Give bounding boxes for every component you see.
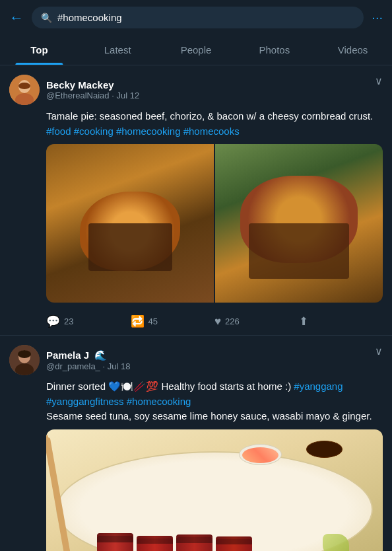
- retweet-icon: 🔁: [131, 314, 145, 328]
- chevron-down-icon[interactable]: ∨: [375, 75, 383, 87]
- svg-point-3: [18, 83, 30, 89]
- tweet-image-2[interactable]: [215, 144, 383, 303]
- svg-point-7: [18, 350, 31, 358]
- tweet-hashtag-yanggangfitness[interactable]: #yanggangfitness: [46, 396, 124, 407]
- search-query-text: #homecooking: [57, 12, 122, 23]
- tab-latest[interactable]: Latest: [79, 35, 157, 65]
- tweet-card: Pamela J 🌊 @dr_pamela_ · Jul 18 ∨ Dinner…: [0, 336, 392, 551]
- tweet-header: Pamela J 🌊 @dr_pamela_ · Jul 18 ∨: [9, 345, 383, 375]
- user-info: Pamela J 🌊 @dr_pamela_ · Jul 18: [46, 349, 130, 371]
- display-name: Becky Mackey: [46, 79, 139, 91]
- like-icon: ♥: [214, 315, 221, 328]
- reply-button[interactable]: 💬 23: [46, 314, 131, 328]
- tweet-card: Becky Mackey @EtherealNaiad · Jul 12 ∨ T…: [0, 65, 392, 336]
- tweet-actions: 💬 23 🔁 45 ♥ 226 ⬆: [9, 309, 383, 335]
- header: ← 🔍 #homecooking ···: [0, 0, 392, 35]
- user-info: Becky Mackey @EtherealNaiad · Jul 12: [46, 79, 139, 100]
- tweet-image-1[interactable]: [46, 144, 214, 303]
- tweet-text: Dinner sorted 💙🍽️🥢💯 Healthy food starts …: [9, 379, 383, 424]
- tweet-images[interactable]: [46, 144, 383, 303]
- navigation-tabs: Top Latest People Photos Videos: [0, 35, 392, 65]
- chevron-down-icon[interactable]: ∨: [375, 345, 383, 357]
- tweet-text: Tamale pie: seasoned beef, chorizo, & ba…: [9, 109, 383, 139]
- search-icon: 🔍: [41, 13, 52, 23]
- tab-people[interactable]: People: [157, 35, 236, 65]
- share-button[interactable]: ⬆: [299, 314, 383, 328]
- username-date: @EtherealNaiad · Jul 12: [46, 91, 139, 100]
- tweet-image-tuna[interactable]: [46, 429, 383, 552]
- reply-icon: 💬: [46, 314, 60, 328]
- tab-videos[interactable]: Videos: [313, 35, 392, 65]
- tweet-hashtag-homecooking[interactable]: #homecooking: [127, 396, 191, 407]
- tweet-header: Becky Mackey @EtherealNaiad · Jul 12 ∨: [9, 75, 383, 105]
- tab-top[interactable]: Top: [0, 35, 79, 65]
- like-count: 226: [225, 316, 240, 326]
- avatar[interactable]: [9, 345, 40, 375]
- verified-icon: 🌊: [94, 349, 107, 361]
- reply-count: 23: [64, 316, 73, 326]
- retweet-button[interactable]: 🔁 45: [131, 314, 215, 328]
- more-options-button[interactable]: ···: [372, 10, 383, 25]
- like-button[interactable]: ♥ 226: [214, 315, 299, 328]
- search-bar[interactable]: 🔍 #homecooking: [32, 7, 364, 28]
- avatar[interactable]: [9, 75, 40, 105]
- tweet-description: Sesame seed tuna, soy sesame lime honey …: [46, 410, 372, 422]
- retweet-count: 45: [148, 316, 158, 326]
- tweet-hashtags[interactable]: #food #cooking #homecooking #homecooks: [46, 126, 240, 137]
- username-date: @dr_pamela_ · Jul 18: [46, 361, 130, 371]
- back-button[interactable]: ←: [9, 9, 24, 26]
- tweet-hashtag-yanggang[interactable]: #yanggang: [294, 381, 343, 392]
- display-name: Pamela J 🌊: [46, 349, 130, 361]
- share-icon: ⬆: [299, 314, 308, 328]
- tab-photos[interactable]: Photos: [235, 35, 313, 65]
